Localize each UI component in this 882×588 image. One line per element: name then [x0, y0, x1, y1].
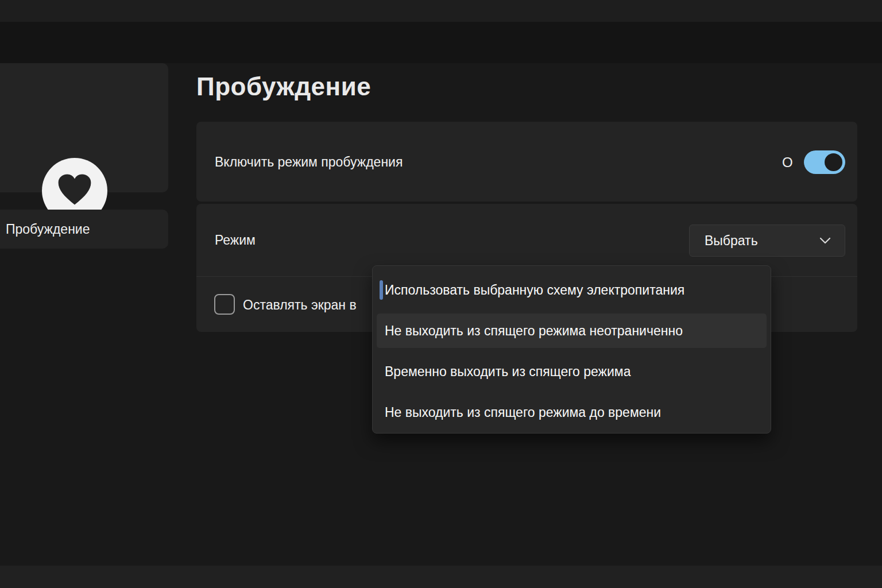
selection-indicator [380, 280, 383, 300]
wake-toggle-label: Включить режим пробуждения [215, 154, 403, 170]
dropdown-item-no-wake-until-time[interactable]: Не выходить из спящего режима до времени [377, 395, 767, 430]
mode-dropdown-menu: Использовать выбранную схему электропита… [372, 265, 771, 434]
wake-toggle-switch[interactable] [804, 150, 845, 174]
dropdown-item-temporary-wake[interactable]: Временно выходить из спящего режима [377, 354, 767, 389]
dropdown-item-no-wake-unlimited[interactable]: Не выходить из спящего режима неотраниче… [377, 314, 767, 348]
bottom-bar [0, 566, 882, 588]
header-strip [0, 22, 882, 63]
mode-select-label: Выбрать [705, 233, 758, 249]
keep-screen-label: Оставлять экран в [243, 297, 357, 313]
mode-label: Режим [215, 233, 256, 248]
sidebar-item-wake[interactable]: Пробуждение [0, 210, 168, 249]
category-tile[interactable] [0, 63, 168, 192]
toggle-state-label: О [782, 154, 793, 171]
dropdown-item-power-scheme[interactable]: Использовать выбранную схему электропита… [377, 273, 767, 307]
mode-select-button[interactable]: Выбрать [689, 225, 845, 257]
sidebar-item-label: Пробуждение [6, 222, 90, 237]
keep-screen-checkbox[interactable] [214, 294, 235, 315]
chevron-down-icon [819, 237, 831, 244]
top-bar [0, 0, 882, 22]
toggle-knob [825, 153, 842, 171]
page-title: Пробуждение [196, 72, 371, 101]
